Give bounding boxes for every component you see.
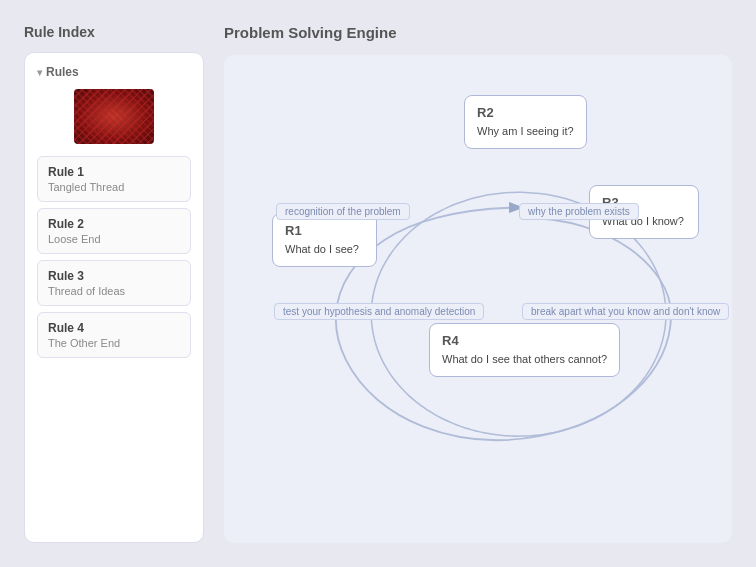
edge-label-test: test your hypothesis and anomaly detecti…: [274, 303, 484, 320]
node-r1-id: R1: [285, 222, 364, 240]
rule-item-rule3[interactable]: Rule 3 Thread of Ideas: [37, 260, 191, 306]
rule-item-name-rule4: Rule 4: [48, 321, 180, 335]
app-container: Rule Index ▾ Rules Rule 1 Tangled Thread…: [0, 0, 756, 567]
rule-item-rule4[interactable]: Rule 4 The Other End: [37, 312, 191, 358]
chevron-icon: ▾: [37, 67, 42, 78]
rule-item-sub-rule1: Tangled Thread: [48, 181, 180, 193]
rule-item-sub-rule3: Thread of Ideas: [48, 285, 180, 297]
edge-label-break: break apart what you know and don't know: [522, 303, 729, 320]
node-r1[interactable]: R1 What do I see?: [272, 213, 377, 267]
rule-item-sub-rule4: The Other End: [48, 337, 180, 349]
node-r4-label: What do I see that others cannot?: [442, 352, 607, 367]
sidebar-title: Rule Index: [24, 24, 204, 40]
edge-label-why: why the problem exists: [519, 203, 639, 220]
rule-item-name-rule2: Rule 2: [48, 217, 180, 231]
node-r2-label: Why am I seeing it?: [477, 124, 574, 139]
main-area: Problem Solving Engine: [224, 24, 732, 543]
node-r2[interactable]: R2 Why am I seeing it?: [464, 95, 587, 149]
sidebar: Rule Index ▾ Rules Rule 1 Tangled Thread…: [24, 24, 204, 543]
tangled-thread-image: [74, 89, 154, 144]
rule-item-name-rule1: Rule 1: [48, 165, 180, 179]
main-title: Problem Solving Engine: [224, 24, 732, 41]
node-r1-label: What do I see?: [285, 242, 364, 257]
edge-label-recognition: recognition of the problem: [276, 203, 410, 220]
rule-item-rule1[interactable]: Rule 1 Tangled Thread: [37, 156, 191, 202]
rules-header-label: Rules: [46, 65, 79, 79]
rules-panel: ▾ Rules Rule 1 Tangled Thread Rule 2 Loo…: [24, 52, 204, 543]
rules-header: ▾ Rules: [37, 65, 191, 79]
rule-item-sub-rule2: Loose End: [48, 233, 180, 245]
node-r4-id: R4: [442, 332, 607, 350]
rule-item-rule2[interactable]: Rule 2 Loose End: [37, 208, 191, 254]
node-r4[interactable]: R4 What do I see that others cannot?: [429, 323, 620, 377]
rule-item-name-rule3: Rule 3: [48, 269, 180, 283]
node-r2-id: R2: [477, 104, 574, 122]
diagram-container: R2 Why am I seeing it? R3 What do I know…: [224, 55, 732, 543]
rule-items-list: Rule 1 Tangled Thread Rule 2 Loose End R…: [37, 156, 191, 358]
